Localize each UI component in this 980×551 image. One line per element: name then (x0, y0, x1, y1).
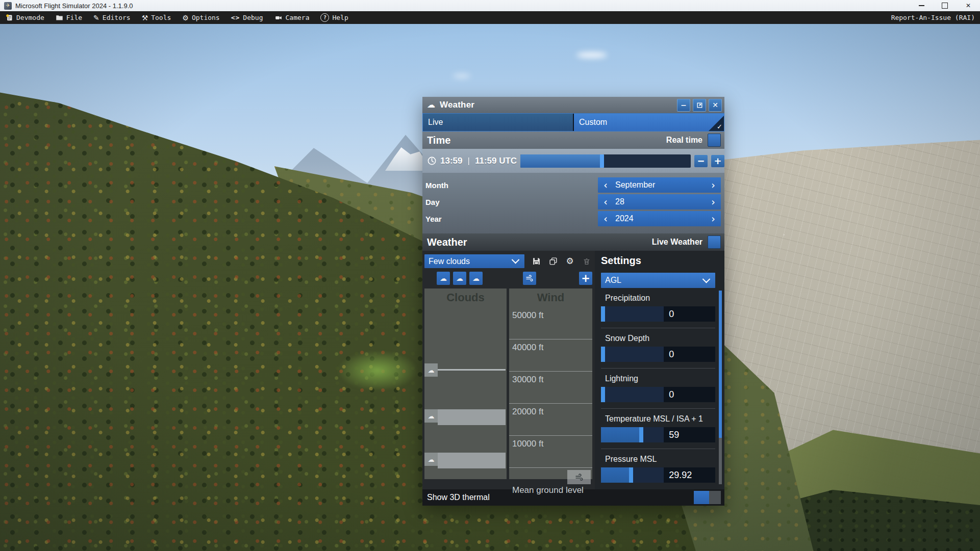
wind-column-header: Wind (509, 288, 592, 304)
time-increase-button[interactable]: + (711, 155, 724, 167)
scrollbar-track (719, 438, 722, 484)
altitude-label: 20000 ft (512, 407, 543, 416)
cloud-layer-handle-2[interactable]: ☁ (424, 409, 438, 423)
preset-dropdown[interactable]: Few clouds (424, 254, 524, 268)
panel-close-button[interactable]: ✕ (709, 99, 722, 112)
ground-wind-layer-handle[interactable] (567, 470, 591, 484)
report-an-issue[interactable]: Report-An-Issue (RAI) (891, 14, 980, 21)
year-row: Year ‹ 2024 › (422, 211, 724, 226)
real-time-label: Real time (666, 136, 702, 145)
menu-tools[interactable]: ⚒ Tools (136, 11, 177, 24)
chevron-right-icon[interactable]: › (706, 214, 721, 224)
delete-preset-button[interactable] (582, 256, 592, 267)
slider-thumb[interactable] (639, 427, 643, 442)
month-label: Month (425, 181, 598, 190)
layer-columns: Clouds ☁ ☁ ☁ Wind 50000 ft 40000 ft (422, 288, 595, 479)
tab-live[interactable]: Live (423, 114, 574, 131)
slider-thumb[interactable] (601, 347, 605, 362)
cloud-layer-bar-3[interactable] (438, 453, 506, 468)
chevron-left-icon[interactable]: ‹ (598, 214, 613, 224)
live-weather-checkbox[interactable] (708, 235, 721, 249)
gear-icon: ⚙ (566, 257, 573, 266)
pressure-slider[interactable]: 29.92 (601, 467, 715, 483)
precipitation-slider[interactable]: 0 (601, 306, 715, 322)
year-value: 2024 (613, 214, 706, 223)
slider-thumb[interactable] (601, 306, 605, 322)
cloud-layer-button-1[interactable]: ☁ (437, 272, 450, 285)
lightning-slider[interactable]: 0 (601, 387, 715, 402)
menu-help[interactable]: ? Help (315, 11, 354, 24)
duplicate-preset-button[interactable] (548, 256, 558, 267)
preset-toolbar: Few clouds ⚙ (424, 254, 592, 268)
menu-editors[interactable]: ✎ Editors (88, 11, 136, 24)
year-stepper: ‹ 2024 › (598, 211, 721, 226)
real-time-checkbox[interactable] (708, 134, 721, 147)
altitude-reference-dropdown[interactable]: AGL (601, 273, 715, 288)
show-3d-thermal-toggle[interactable] (694, 491, 721, 504)
altitude-label: 10000 ft (512, 439, 543, 449)
slider-track[interactable] (601, 387, 664, 402)
menu-file[interactable]: File (50, 11, 88, 24)
save-preset-button[interactable] (531, 256, 541, 267)
weather-header-title: Weather (427, 237, 467, 248)
panel-minimize-button[interactable]: − (677, 99, 690, 112)
setting-label: Pressure MSL (605, 455, 715, 464)
chevron-right-icon[interactable]: › (706, 197, 721, 207)
cloud-layer-button-2[interactable]: ☁ (453, 272, 466, 285)
cloud-layer-handle-3[interactable]: ☁ (424, 453, 438, 466)
cloud-layer-handle-1[interactable]: ☁ (424, 363, 438, 377)
altitude-row: 40000 ft (509, 339, 592, 372)
menu-debug[interactable]: <> Debug (225, 11, 269, 24)
menu-devmode[interactable]: Devmode (0, 11, 50, 24)
setting-label: Lightning (605, 374, 715, 383)
slider-track[interactable] (601, 347, 664, 362)
slider-fill (601, 347, 603, 362)
time-slider[interactable] (520, 154, 691, 168)
slider-fill (601, 387, 603, 402)
folder-icon (56, 14, 63, 21)
menu-options[interactable]: ⚙ Options (177, 11, 225, 24)
time-decrease-button[interactable]: − (694, 155, 708, 167)
weather-panel-titlebar[interactable]: ☁ Weather − ✕ (422, 97, 724, 113)
settings-header: Settings (601, 255, 724, 267)
slider-fill (601, 427, 641, 442)
cloud-layer-button-3[interactable]: ☁ (469, 272, 483, 285)
clouds-column[interactable]: Clouds ☁ ☁ ☁ (424, 288, 507, 479)
chevron-left-icon[interactable]: ‹ (598, 180, 613, 190)
weather-content: Few clouds ⚙ (422, 251, 724, 489)
minimize-button[interactable] (910, 0, 933, 11)
slider-thumb[interactable] (629, 467, 633, 483)
add-layer-button[interactable]: + (579, 272, 592, 285)
time-slider-thumb[interactable] (600, 154, 604, 168)
chevron-left-icon[interactable]: ‹ (598, 197, 613, 207)
panel-popout-button[interactable] (693, 99, 706, 112)
wind-layer-button[interactable] (523, 272, 536, 285)
setting-temperature: Temperature MSL / ISA + 1 59 (601, 414, 715, 449)
wind-column[interactable]: Wind 50000 ft 40000 ft 30000 ft 20000 ft… (509, 288, 592, 479)
temperature-slider[interactable]: 59 (601, 427, 715, 442)
tab-custom-label: Custom (579, 118, 607, 127)
maximize-button[interactable] (933, 0, 957, 11)
chevron-right-icon[interactable]: › (706, 180, 721, 190)
cloud-layer-bar-1[interactable] (438, 369, 506, 371)
menu-camera[interactable]: Camera (269, 11, 315, 24)
altitude-label: 30000 ft (512, 375, 543, 384)
app-icon: ✈ (4, 2, 12, 10)
slider-thumb[interactable] (601, 387, 605, 402)
snow-depth-slider[interactable]: 0 (601, 347, 715, 362)
scrollbar-thumb[interactable] (719, 291, 722, 438)
preset-settings-button[interactable]: ⚙ (565, 256, 575, 267)
tab-custom[interactable]: Custom ✓ (574, 114, 724, 131)
slider-track[interactable] (601, 427, 664, 442)
altitude-scale: 50000 ft 40000 ft 30000 ft 20000 ft 1000… (509, 307, 592, 497)
cloud-layer-bar-2[interactable] (438, 409, 506, 425)
slider-track[interactable] (601, 306, 664, 322)
settings-scrollbar[interactable] (719, 291, 722, 484)
menu-file-label: File (66, 14, 82, 21)
slider-track[interactable] (601, 467, 664, 483)
toggle-on-segment (694, 491, 709, 504)
os-titlebar: ✈ Microsoft Flight Simulator 2024 - 1.1.… (0, 0, 980, 11)
close-button[interactable]: ✕ (957, 0, 980, 11)
time-control-row: 13:59 | 11:59 UTC − + (422, 149, 724, 173)
screen: ✈ Microsoft Flight Simulator 2024 - 1.1.… (0, 0, 980, 551)
